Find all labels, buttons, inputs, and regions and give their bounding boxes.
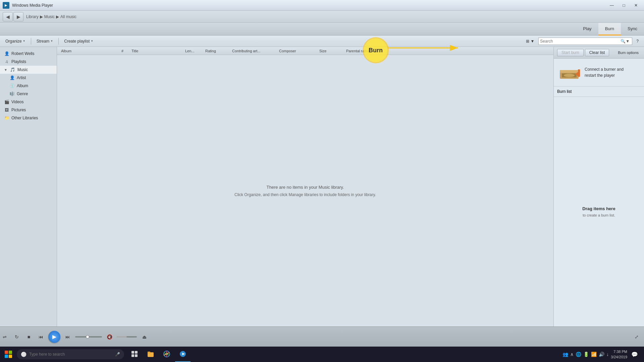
taskbar-search-input[interactable] (29, 352, 112, 357)
progress-slider[interactable] (75, 336, 102, 338)
help-button[interactable]: ? (634, 38, 641, 45)
clock[interactable]: 7:38 PM 3/24/2019 (611, 349, 627, 360)
taskbar-media-player[interactable] (175, 347, 191, 362)
sidebar-item-user[interactable]: 👤 Robert Wells (0, 50, 57, 58)
expand-button[interactable]: ⤢ (632, 332, 641, 342)
sidebar-item-playlists[interactable]: ♫ Playlists (0, 58, 57, 66)
view-options-button[interactable]: ⊞ ▼ (523, 38, 537, 45)
search-dropdown-button[interactable]: ▼ (626, 39, 630, 44)
chrome-icon (163, 350, 170, 358)
burn-drop-area[interactable]: Drag items here to create a burn list. (554, 97, 644, 326)
column-contributing[interactable]: Contributing art... (231, 49, 278, 53)
burn-list-title: Burn list (557, 89, 572, 94)
sidebar-item-pictures[interactable]: 🖼 Pictures (0, 106, 57, 114)
clock-date: 3/24/2019 (611, 354, 627, 360)
search-input[interactable] (540, 39, 621, 44)
search-button[interactable]: 🔍 (621, 39, 626, 44)
connect-line1: Connect a burner and (585, 66, 624, 72)
organize-dropdown-arrow: ▼ (23, 40, 25, 43)
cd-burner-icon (559, 64, 581, 81)
next-button[interactable]: ⏭ (63, 332, 72, 342)
column-rating[interactable]: Rating (204, 49, 231, 53)
tab-sync[interactable]: Sync (621, 23, 644, 36)
taskbar-search-icon: ⚪ (21, 352, 26, 357)
album-icon: 💿 (9, 83, 15, 88)
stop-button[interactable]: ■ (24, 332, 34, 342)
start-button[interactable] (0, 347, 17, 362)
breadcrumb-library[interactable]: Library (26, 14, 39, 19)
tab-burn[interactable]: Burn (598, 23, 621, 36)
tab-bar: Play Burn Sync (0, 23, 644, 36)
taskbar-task-view[interactable] (127, 347, 142, 362)
column-title[interactable]: Title (130, 49, 184, 53)
volume-fill (117, 336, 127, 338)
taskbar-file-explorer[interactable] (143, 347, 158, 362)
stream-button[interactable]: Stream ▼ (34, 38, 56, 45)
network-icon[interactable]: 🌐 (576, 352, 581, 357)
progress-thumb (86, 335, 89, 339)
breadcrumb[interactable]: Library ▶ Music ▶ All music (26, 14, 76, 19)
empty-message-line1: There are no items in your Music library… (267, 185, 344, 190)
wifi-icon[interactable]: 📶 (591, 352, 597, 357)
repeat-button[interactable]: ↻ (12, 332, 21, 342)
music-icon: 🎵 (10, 67, 15, 72)
create-playlist-button[interactable]: Create playlist ▼ (61, 38, 96, 45)
app-title: Windows Media Player (12, 3, 53, 8)
shuffle-button[interactable]: ⇌ (0, 332, 9, 342)
column-length[interactable]: Len... (184, 49, 204, 53)
sidebar-item-other-libraries[interactable]: 📁 Other Libraries (0, 114, 57, 122)
column-headers: Album # Title Len... Rating Contributing… (57, 47, 553, 55)
volume-icon[interactable]: 🔊 (599, 352, 604, 357)
minimize-button[interactable]: — (606, 2, 617, 9)
progress-area (75, 336, 102, 338)
volume-slider[interactable] (117, 336, 137, 338)
chevron-up-icon[interactable]: ∧ (570, 352, 574, 357)
battery-icon[interactable]: 🔋 (583, 352, 589, 357)
breadcrumb-all-music[interactable]: All music (60, 14, 76, 19)
taskbar-mic-icon: 🎤 (115, 352, 120, 357)
prev-button[interactable]: ⏮ (36, 332, 46, 342)
people-icon[interactable]: 👥 (562, 352, 568, 357)
sidebar-item-artist[interactable]: 👤 Artist (0, 74, 57, 82)
close-button[interactable]: ✕ (631, 2, 641, 9)
column-parental[interactable]: Parental rating (345, 49, 378, 53)
content-area: Album # Title Len... Rating Contributing… (57, 47, 553, 326)
sidebar-item-videos[interactable]: 🎬 Videos (0, 98, 57, 106)
breadcrumb-music[interactable]: Music (44, 14, 55, 19)
svg-rect-13 (148, 352, 150, 353)
organize-button[interactable]: Organize ▼ (3, 38, 28, 45)
taskbar-chrome[interactable] (159, 347, 174, 362)
playlist-dropdown-arrow: ▼ (91, 40, 93, 43)
svg-rect-3 (560, 70, 579, 73)
forward-button[interactable]: ▶ (13, 12, 23, 21)
bottom-bar: ⇌ ↻ ■ ⏮ ▶ ⏭ 🔇 ⏏ ⤢ (0, 326, 644, 347)
tab-bar-right: Play Burn Sync (576, 23, 644, 35)
column-size[interactable]: Size (318, 49, 345, 53)
pictures-icon: 🖼 (4, 107, 9, 113)
notification-button[interactable]: 💬 (629, 347, 640, 362)
column-composer[interactable]: Composer (278, 49, 318, 53)
sidebar-item-music[interactable]: ▼ 🎵 Music (0, 66, 57, 74)
sidebar-item-album[interactable]: 💿 Album (0, 82, 57, 90)
task-view-icon (131, 350, 138, 358)
start-burn-button[interactable]: Start burn (557, 49, 584, 56)
tab-play[interactable]: Play (576, 23, 598, 36)
back-button[interactable]: ◀ (3, 12, 13, 21)
play-button[interactable]: ▶ (48, 331, 60, 343)
connect-message: Connect a burner and restart the player (585, 66, 624, 78)
clear-list-button[interactable]: Clear list (585, 49, 609, 56)
sidebar-item-genre[interactable]: 🎼 Genre (0, 90, 57, 98)
user-icon: 👤 (4, 51, 9, 56)
burn-options-button[interactable]: Burn options (616, 50, 641, 56)
column-number[interactable]: # (120, 49, 130, 53)
windows-logo (5, 351, 12, 358)
column-album[interactable]: Album (60, 49, 120, 53)
download-icon[interactable]: ↓ (606, 352, 609, 357)
taskbar-search-box[interactable]: ⚪ 🎤 (17, 349, 124, 359)
toolbar: Organize ▼ Stream ▼ Create playlist ▼ ⊞ … (0, 36, 644, 47)
maximize-button[interactable]: □ (619, 2, 629, 9)
burn-panel: Start burn Clear list Burn options Conne… (553, 47, 644, 326)
eject-button[interactable]: ⏏ (140, 332, 149, 342)
empty-message: There are no items in your Music library… (57, 55, 553, 326)
mute-button[interactable]: 🔇 (105, 332, 114, 342)
